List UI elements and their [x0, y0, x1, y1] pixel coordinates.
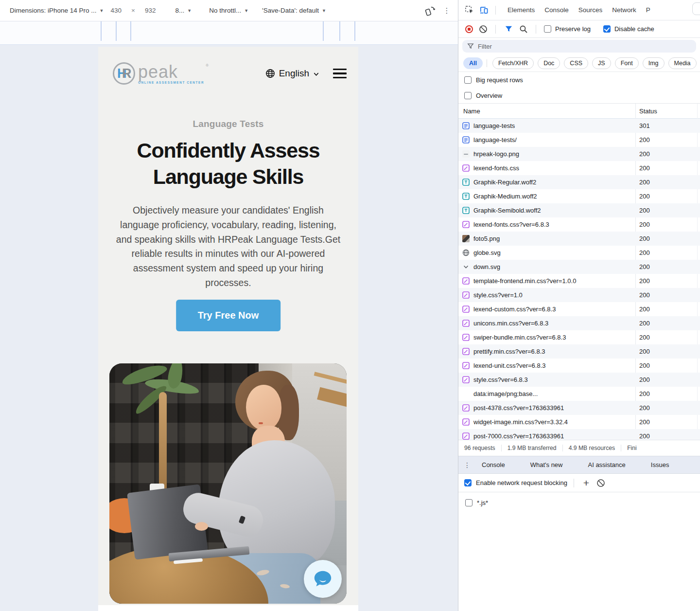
request-type-chip[interactable]: Img: [643, 57, 665, 69]
devtools-tab[interactable]: Console: [540, 0, 574, 20]
network-request-row[interactable]: unicons.min.css?ver=6.8.3 200: [458, 316, 700, 330]
drawer-tab[interactable]: Console: [475, 461, 512, 468]
rotate-device-icon[interactable]: [425, 5, 436, 16]
network-request-row[interactable]: hrpeak-logo.png 200: [458, 147, 700, 161]
network-throttling-dropdown[interactable]: [692, 2, 700, 15]
request-name: prettify.min.css?ver=6.8.3: [473, 348, 545, 355]
network-request-row[interactable]: globe.svg 200: [458, 246, 700, 260]
pattern-checkbox-unchecked[interactable]: [465, 499, 472, 506]
disable-cache-checkbox[interactable]: Disable cache: [603, 25, 654, 33]
drawer-tab[interactable]: What's new: [524, 461, 570, 468]
hrpeak-logo[interactable]: H R peak ® ONLINE ASSESSMENT CENTER: [113, 62, 204, 85]
overview-option[interactable]: Overview: [458, 88, 700, 103]
request-name: Graphik-Semibold.woff2: [473, 207, 541, 214]
network-request-row[interactable]: lexend-custom.css?ver=6.8.3 200: [458, 302, 700, 316]
big-request-rows-option[interactable]: Big request rows: [458, 72, 700, 88]
logo-peak-text: peak: [138, 64, 204, 80]
request-status: 200: [635, 235, 650, 242]
network-request-row[interactable]: template-frontend.min.css?ver=1.0.0 200: [458, 274, 700, 288]
site-header: H R peak ® ONLINE ASSESSMENT CENTER: [98, 47, 358, 95]
drawer-tab[interactable]: AI assistance: [581, 461, 632, 468]
device-emulation-pane: Dimensions: iPhone 14 Pro ... ▼ 430 × 93…: [0, 0, 458, 611]
enable-blocking-checkbox[interactable]: [464, 479, 472, 486]
drawer-menu-icon[interactable]: ⋮: [463, 464, 471, 466]
network-request-row[interactable]: down.svg 200: [458, 260, 700, 274]
network-request-row[interactable]: lexend-fonts.css 200: [458, 161, 700, 175]
viewport-height-field[interactable]: 932: [145, 7, 156, 14]
chevron-down-icon: ▼: [244, 8, 248, 13]
request-status: 200: [635, 418, 650, 426]
resource-type-icon: [462, 207, 470, 214]
media-query-marker: [130, 21, 131, 41]
network-request-row[interactable]: prettify.min.css?ver=6.8.3 200: [458, 344, 700, 359]
network-request-row[interactable]: style.css?ver=1.0 200: [458, 288, 700, 302]
network-request-row[interactable]: lexend-fonts.css?ver=6.8.3 200: [458, 217, 700, 232]
network-request-row[interactable]: widget-image.min.css?ver=3.32.4 200: [458, 415, 700, 429]
drawer-tab[interactable]: Issues: [644, 461, 676, 468]
throttling-dropdown[interactable]: No throttl... ▼: [209, 7, 248, 14]
network-request-row[interactable]: Graphik-Medium.woff2 200: [458, 189, 700, 203]
hamburger-menu-icon[interactable]: [332, 67, 348, 81]
devtools-tab[interactable]: Network: [607, 0, 641, 20]
request-type-chip[interactable]: Media: [668, 57, 697, 69]
network-summary-bar: 96 requests 1.9 MB transferred 4.9 MB re…: [458, 440, 700, 456]
preserve-log-checkbox[interactable]: Preserve log: [544, 25, 591, 33]
request-type-chip[interactable]: Fetch/XHR: [492, 57, 534, 69]
resource-type-icon: [462, 320, 470, 327]
network-request-row[interactable]: lexend-unit.css?ver=6.8.3 200: [458, 359, 700, 373]
network-request-row[interactable]: swiper-bundle.min.css?ver=6.8.3 200: [458, 330, 700, 344]
more-options-icon[interactable]: ⋮: [442, 9, 451, 12]
network-request-row[interactable]: post-7000.css?ver=1763633961 200: [458, 429, 700, 440]
search-icon[interactable]: [519, 25, 528, 34]
devtools-tabs: Elements Console Sources Network P: [503, 0, 655, 20]
request-type-chip[interactable]: CSS: [564, 57, 588, 69]
checkbox-checked[interactable]: [603, 25, 611, 33]
device-type-dropdown[interactable]: Dimensions: iPhone 14 Pro ... ▼: [10, 7, 104, 14]
language-selector[interactable]: English: [265, 68, 319, 79]
resource-type-icon: [462, 432, 470, 440]
column-header-name[interactable]: Name: [458, 108, 635, 115]
hero-title: Confidently Assess Language Skills: [122, 137, 335, 190]
blocked-pattern-row[interactable]: *.js*: [465, 499, 693, 506]
network-request-row[interactable]: Graphik-Regular.woff2 200: [458, 175, 700, 189]
filter-icon[interactable]: [504, 24, 513, 34]
inspect-element-icon[interactable]: [464, 5, 474, 15]
try-free-now-button[interactable]: Try Free Now: [176, 300, 281, 331]
request-type-chip[interactable]: All: [463, 57, 483, 69]
logo-wordmark: peak ® ONLINE ASSESSMENT CENTER: [138, 64, 204, 84]
filter-input[interactable]: Filter: [462, 40, 696, 53]
media-query-bar[interactable]: [0, 21, 458, 45]
devtools-tab[interactable]: P: [641, 0, 655, 20]
request-name: style.css?ver=6.8.3: [473, 376, 528, 383]
network-request-row[interactable]: Graphik-Semibold.woff2 200: [458, 203, 700, 217]
resource-type-icon: [462, 404, 470, 412]
request-type-chip[interactable]: Doc: [538, 57, 560, 69]
clear-network-log-icon[interactable]: [479, 25, 488, 34]
checkbox-unchecked[interactable]: [464, 92, 472, 99]
record-network-log-button[interactable]: [465, 25, 473, 33]
request-name: lexend-fonts.css?ver=6.8.3: [473, 221, 549, 228]
request-type-chip[interactable]: Font: [615, 57, 639, 69]
checkbox-unchecked[interactable]: [464, 76, 472, 84]
chat-widget-button[interactable]: [304, 560, 342, 598]
column-header-status[interactable]: Status: [635, 108, 657, 115]
zoom-dropdown[interactable]: 8... ▼: [175, 7, 192, 14]
network-request-row[interactable]: language-tests 301: [458, 119, 700, 133]
devtools-tab[interactable]: Elements: [503, 0, 540, 20]
hero-eyebrow: Language Tests: [98, 119, 358, 129]
add-pattern-icon[interactable]: +: [580, 477, 592, 489]
viewport-width-field[interactable]: 430: [111, 7, 122, 14]
network-request-row[interactable]: style.css?ver=6.8.3 200: [458, 373, 700, 387]
remove-all-patterns-icon[interactable]: [596, 479, 605, 487]
hrpeak-logo-mark: H R: [113, 62, 135, 85]
resource-type-icon: [462, 122, 470, 129]
checkbox-unchecked[interactable]: [544, 25, 551, 33]
network-request-row[interactable]: language-tests/ 200: [458, 133, 700, 147]
devtools-tab[interactable]: Sources: [574, 0, 608, 20]
toggle-device-toolbar-icon[interactable]: [479, 5, 489, 15]
network-request-row[interactable]: data:image/png;base... 200: [458, 387, 700, 401]
save-data-dropdown[interactable]: 'Save-Data': default ▼: [262, 7, 326, 14]
request-type-chip[interactable]: JS: [592, 57, 611, 69]
network-request-row[interactable]: foto5.png 200: [458, 232, 700, 246]
network-request-row[interactable]: post-4378.css?ver=1763633961 200: [458, 401, 700, 415]
